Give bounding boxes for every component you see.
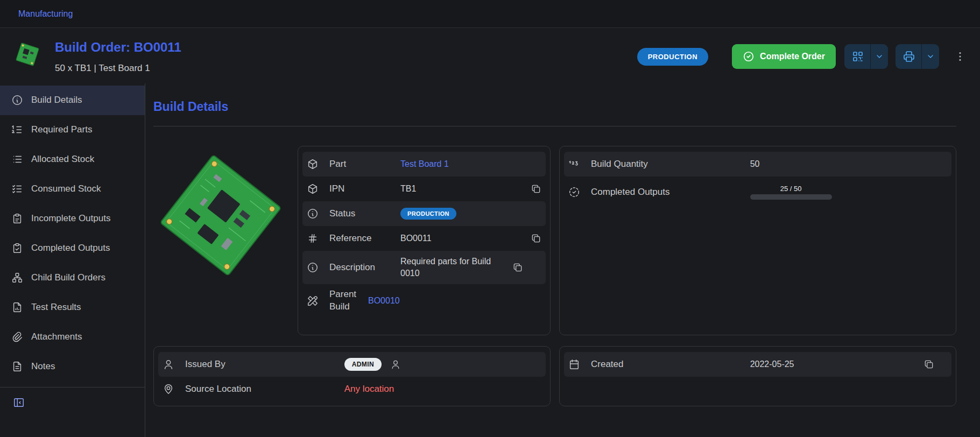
row-label: IPN [329, 184, 400, 194]
chevron-down-icon[interactable] [871, 44, 888, 69]
row-label: Created [591, 359, 750, 370]
row-label: Build Quantity [591, 159, 750, 170]
sidebar-item-label: Required Parts [31, 124, 92, 135]
list-numbers-icon [11, 124, 23, 136]
row-label: Issued By [185, 359, 344, 370]
print-actions-button[interactable] [896, 44, 939, 69]
copy-icon[interactable] [522, 233, 541, 244]
row-label: Source Location [185, 384, 344, 394]
sidebar-item-completed-outputs[interactable]: Completed Outputs [0, 234, 145, 263]
user-icon [163, 358, 185, 370]
map-pin-icon [163, 383, 185, 395]
sidebar-collapse-button[interactable] [0, 391, 145, 417]
status-badge: PRODUCTION [637, 48, 708, 66]
page-subtitle: 50 x TB1 | Test Board 1 [55, 63, 181, 74]
copy-icon[interactable] [504, 262, 523, 273]
sidebar-item-label: Consumed Stock [31, 184, 101, 194]
app-body: Build Details Required Parts Allocated S… [0, 83, 980, 437]
sidebar-item-label: Attachments [31, 332, 82, 342]
table-row-source-location: Source Location Any location [158, 377, 546, 401]
circle-check-icon [743, 51, 755, 62]
progress-check-icon [568, 186, 591, 198]
reference-value: BO0011 [400, 234, 522, 243]
sidebar-divider [0, 387, 145, 387]
box-icon [307, 158, 329, 170]
copy-icon[interactable] [915, 359, 934, 370]
qrcode-icon[interactable] [844, 44, 870, 69]
completed-outputs-progress: 25 / 50 [750, 185, 947, 200]
part-link[interactable]: Test Board 1 [400, 159, 541, 169]
row-label: Description [329, 262, 400, 273]
table-row-issued-by: Issued By ADMIN [158, 352, 546, 377]
sidebar-item-notes[interactable]: Notes [0, 352, 145, 382]
sidebar-item-child-build-orders[interactable]: Child Build Orders [0, 263, 145, 293]
printer-icon[interactable] [896, 44, 921, 69]
sidebar-item-allocated-stock[interactable]: Allocated Stock [0, 145, 145, 174]
row-label: Parent Build [329, 288, 368, 313]
breadcrumb-manufacturing[interactable]: Manufacturing [18, 9, 73, 19]
sidebar-item-incomplete-outputs[interactable]: Incomplete Outputs [0, 204, 145, 234]
file-text-icon [11, 361, 23, 372]
hash-icon [307, 232, 329, 244]
page-title: Build Order: BO0011 [55, 40, 181, 55]
row-label: Completed Outputs [591, 187, 750, 198]
table-row-build-quantity: Build Quantity 50 [564, 152, 951, 177]
table-row-created: Created 2022-05-25 [564, 352, 951, 377]
table-row-part: Part Test Board 1 [302, 152, 546, 177]
parent-build-link[interactable]: BO0010 [368, 296, 541, 306]
sidebar-item-label: Incomplete Outputs [31, 213, 110, 224]
title-block: Build Order: BO0011 50 x TB1 | Test Boar… [55, 40, 181, 74]
status-badge: PRODUCTION [400, 208, 456, 220]
build-details-table: Part Test Board 1 IPN TB1 Status [298, 146, 551, 335]
list-check-icon [11, 183, 23, 195]
part-image [153, 146, 288, 335]
owner-badge: ADMIN [344, 358, 382, 371]
sidebar-item-required-parts[interactable]: Required Parts [0, 115, 145, 145]
chevron-down-icon[interactable] [922, 44, 939, 69]
sidebar-item-attachments[interactable]: Attachments [0, 322, 145, 352]
complete-order-button[interactable]: Complete Order [732, 44, 836, 69]
description-value: Required parts for Build 0010 [400, 256, 504, 279]
clipboard-icon [11, 213, 23, 224]
issued-table: Issued By ADMIN Source Location Any loca… [153, 346, 551, 406]
part-thumbnail [13, 40, 42, 69]
status-value: PRODUCTION [400, 208, 541, 220]
sidebar-collapse-icon [13, 397, 25, 411]
info-circle-icon [307, 262, 329, 273]
issued-by-value: ADMIN [344, 358, 541, 371]
quantities-table: Build Quantity 50 Completed Outputs 25 /… [559, 146, 956, 335]
copy-icon[interactable] [522, 184, 541, 194]
table-row-completed-outputs: Completed Outputs 25 / 50 [564, 177, 951, 208]
box-icon [307, 183, 329, 195]
dots-vertical-icon[interactable] [954, 51, 966, 62]
details-cell: Part Test Board 1 IPN TB1 Status [153, 146, 551, 335]
user-icon [390, 359, 401, 370]
table-row-parent-build: Parent Build BO0010 [302, 284, 546, 318]
table-row-reference: Reference BO0011 [302, 226, 546, 251]
file-report-icon [11, 301, 23, 313]
build-details-content: Part Test Board 1 IPN TB1 Status [153, 146, 956, 406]
table-row-ipn: IPN TB1 [302, 177, 546, 201]
sidebar-item-test-results[interactable]: Test Results [0, 293, 145, 322]
barcode-actions-button[interactable] [844, 44, 888, 69]
info-circle-icon [11, 94, 23, 106]
row-label: Status [329, 208, 400, 219]
paperclip-icon [11, 331, 23, 343]
row-label: Part [329, 159, 400, 170]
header-actions: PRODUCTION Complete Order [637, 40, 966, 69]
source-location-value: Any location [344, 384, 541, 394]
calendar-icon [568, 358, 591, 370]
list-icon [11, 153, 23, 165]
tools-icon [307, 295, 329, 307]
sidebar-item-label: Notes [31, 361, 55, 372]
sidebar-item-build-details[interactable]: Build Details [0, 86, 145, 115]
progress-bar [750, 194, 832, 200]
info-circle-icon [307, 208, 329, 220]
ipn-value: TB1 [400, 184, 522, 194]
sidebar-item-label: Test Results [31, 302, 81, 313]
sidebar-item-consumed-stock[interactable]: Consumed Stock [0, 174, 145, 204]
build-quantity-value: 50 [750, 159, 947, 169]
main-panel: Build Details [145, 83, 980, 437]
panel-heading: Build Details [153, 100, 956, 114]
table-row-description: Description Required parts for Build 001… [302, 251, 546, 284]
